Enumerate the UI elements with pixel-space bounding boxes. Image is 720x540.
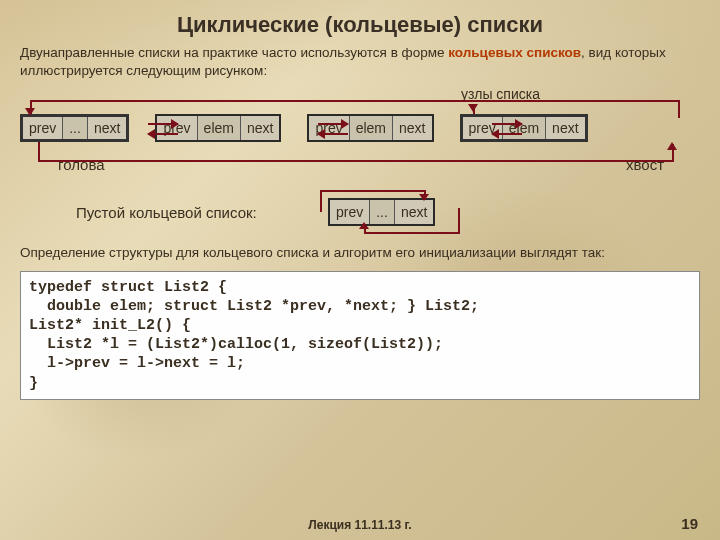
next-arrow <box>492 123 522 125</box>
prev-arrow <box>492 133 522 135</box>
wrap-line <box>678 100 680 118</box>
next-arrow <box>148 123 178 125</box>
self-loop <box>458 208 460 232</box>
empty-list-node: prev ... next <box>328 198 435 226</box>
self-loop <box>320 190 322 212</box>
intro-paragraph: Двунаправленные списки на практике часто… <box>20 44 700 80</box>
code-block: typedef struct List2 { double elem; stru… <box>20 271 700 400</box>
cell-elem: elem <box>503 117 546 139</box>
self-loop <box>364 232 460 234</box>
cell-next: next <box>88 117 126 139</box>
slide-title: Циклические (кольцевые) списки <box>20 12 700 38</box>
definition-paragraph: Определение структуры для кольцевого спи… <box>20 244 700 262</box>
head-node: prev ... next <box>20 114 129 142</box>
self-loop <box>320 190 426 192</box>
cell-dots: ... <box>370 200 395 224</box>
cell-next: next <box>393 116 431 140</box>
arrowhead-icon <box>667 142 677 150</box>
cell-elem: elem <box>198 116 241 140</box>
cell-elem: elem <box>350 116 393 140</box>
wrap-line <box>38 160 674 162</box>
keyword-ring-lists: кольцевых списков <box>448 45 581 60</box>
cell-dots: ... <box>63 117 88 139</box>
next-arrow <box>318 123 348 125</box>
footer-lecture: Лекция 11.11.13 г. <box>0 518 720 532</box>
wrap-line <box>30 100 680 102</box>
cell-next: next <box>241 116 279 140</box>
wrap-line <box>38 142 40 160</box>
cell-next: next <box>546 117 584 139</box>
prev-arrow <box>318 133 348 135</box>
arrowhead-icon <box>419 194 429 201</box>
label-head: голова <box>58 156 105 173</box>
prev-arrow <box>148 133 178 135</box>
arrowhead-icon <box>25 108 35 116</box>
cell-next: next <box>395 200 433 224</box>
intro-text-1: Двунаправленные списки на практике часто… <box>20 45 448 60</box>
page-number: 19 <box>681 515 698 532</box>
cell-prev: prev <box>330 200 370 224</box>
list-node: prev elem next <box>307 114 433 142</box>
ring-list-diagram: узлы списка prev ... next prev elem next… <box>20 86 700 236</box>
label-empty-list: Пустой кольцевой список: <box>76 204 257 221</box>
label-tail: хвост <box>626 156 664 173</box>
node-row: prev ... next prev elem next prev elem n… <box>20 114 700 142</box>
arrowhead-icon <box>359 222 369 229</box>
tail-node: prev elem next <box>460 114 588 142</box>
cell-prev: prev <box>23 117 63 139</box>
